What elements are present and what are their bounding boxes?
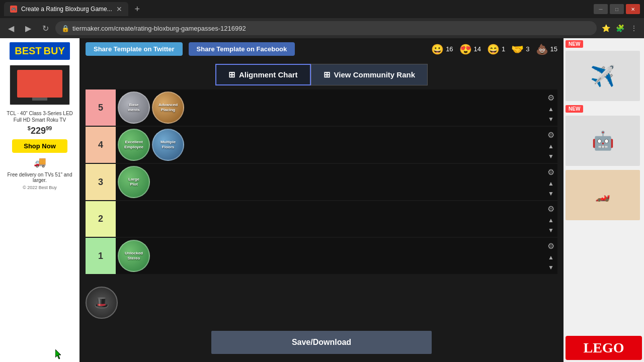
- tier-list: 5 Basements AdvancedPlacing ⚙ ▲ ▼ 4: [79, 89, 564, 283]
- reaction-handshake[interactable]: 🤝 3: [511, 43, 529, 55]
- tier-items-5[interactable]: Basements AdvancedPlacing: [116, 89, 544, 126]
- robot-icon: 🤖: [592, 130, 614, 151]
- lego-logo: LEGO: [566, 336, 642, 360]
- community-label: View Community Rank: [334, 70, 415, 79]
- navigation-bar: ◀ ▶ ↻ 🔒 tiermaker.com/create/rating-blox…: [0, 18, 644, 38]
- reload-button[interactable]: ↻: [38, 21, 52, 35]
- share-facebook-button[interactable]: Share Template on Facebook: [189, 42, 295, 56]
- reaction-laugh[interactable]: 😄 1: [487, 43, 505, 55]
- alignment-chart-button[interactable]: ⊞ Alignment Chart: [215, 64, 311, 85]
- tier-controls-5: ⚙ ▲ ▼: [544, 89, 557, 126]
- tab-close-button[interactable]: ✕: [116, 5, 122, 13]
- community-rank-button[interactable]: ⊞ View Community Rank: [311, 64, 428, 85]
- avatar-icon: 🎩: [94, 296, 109, 310]
- reaction-heart[interactable]: 😍 14: [459, 43, 481, 55]
- tier-items-4[interactable]: ExcellentEmployee MultipleFloors: [116, 127, 544, 163]
- tier-label-3: 3: [86, 164, 116, 200]
- new-badge-2: NEW: [566, 105, 583, 113]
- advanced-label: AdvancedPlacing: [158, 103, 178, 112]
- basements-label: Basements: [128, 103, 140, 112]
- tier-row-5: 5 Basements AdvancedPlacing ⚙ ▲ ▼: [86, 89, 557, 126]
- tier-5-gear-button[interactable]: ⚙: [546, 92, 555, 104]
- stereo-label: UnlockedStereo: [125, 251, 143, 260]
- gamepass-large-plot[interactable]: LargePlot: [118, 166, 150, 198]
- reaction-smile[interactable]: 😀 16: [431, 43, 453, 55]
- new-badge-1: NEW: [566, 40, 583, 48]
- menu-icon[interactable]: ⋮: [628, 22, 640, 34]
- multiple-floors-label: MultipleFloors: [160, 140, 176, 149]
- tier-row-2: 2 ⚙ ▲ ▼: [86, 201, 557, 237]
- delivery-icon: 🚚: [34, 156, 46, 168]
- heart-emoji: 😍: [459, 43, 472, 55]
- extensions-icon[interactable]: 🧩: [614, 22, 626, 34]
- grid-icon: ⊞: [228, 70, 235, 79]
- best-buy-logo: BEST BUY: [10, 42, 70, 60]
- tier-items-3[interactable]: LargePlot: [116, 164, 544, 200]
- delivery-info: Free delivery on TVs 51" and larger.: [4, 172, 75, 183]
- tier-items-1[interactable]: UnlockedStereo: [116, 238, 544, 274]
- tab-title: Create a Rating Bloxburg Game...: [21, 6, 112, 13]
- shop-now-button[interactable]: Shop Now: [12, 139, 67, 153]
- tv-price: $22999: [28, 125, 52, 136]
- poop-emoji: 💩: [536, 43, 548, 55]
- tier-3-gear-button[interactable]: ⚙: [546, 166, 555, 178]
- alignment-label: Alignment Chart: [239, 70, 298, 79]
- rank-icon: ⊞: [324, 70, 330, 79]
- tier-2-down-button[interactable]: ▼: [547, 226, 555, 235]
- bookmark-icon[interactable]: ⭐: [600, 22, 612, 34]
- car-icon: 🏎️: [595, 188, 610, 202]
- minimize-button[interactable]: ─: [594, 4, 608, 14]
- reaction-poop[interactable]: 💩 15: [536, 43, 557, 55]
- save-section: Save/Download: [79, 323, 564, 362]
- gamepass-basements[interactable]: Basements: [118, 92, 150, 124]
- toolbar: Share Template on Twitter Share Template…: [79, 38, 564, 60]
- tier-items-2[interactable]: [116, 201, 544, 237]
- tier-5-up-button[interactable]: ▲: [547, 105, 555, 114]
- gamepass-unlocked-stereo[interactable]: UnlockedStereo: [118, 240, 150, 272]
- new-tab-button[interactable]: +: [130, 2, 144, 16]
- gamepass-excellent-employee[interactable]: ExcellentEmployee: [118, 129, 150, 161]
- tier-1-gear-button[interactable]: ⚙: [546, 240, 555, 252]
- tier-1-down-button[interactable]: ▼: [547, 263, 555, 272]
- tier-1-up-button[interactable]: ▲: [547, 253, 555, 262]
- tier-3-up-button[interactable]: ▲: [547, 179, 555, 188]
- url-text: tiermaker.com/create/rating-bloxburg-gam…: [72, 25, 246, 32]
- reactions-bar: 😀 16 😍 14 😄 1 🤝 3 💩 15: [431, 43, 557, 55]
- tier-5-down-button[interactable]: ▼: [547, 115, 555, 124]
- tier-row-3: 3 LargePlot ⚙ ▲ ▼: [86, 164, 557, 200]
- maximize-button[interactable]: □: [610, 4, 624, 14]
- tier-controls-2: ⚙ ▲ ▼: [544, 201, 557, 237]
- tier-2-up-button[interactable]: ▲: [547, 216, 555, 225]
- browser-nav-icons: ⭐ 🧩 ⋮: [600, 22, 640, 34]
- tv-screen: [17, 70, 62, 98]
- right-advertisement: NEW ✈️ NEW 🤖 🏎️ LEGO: [564, 38, 644, 362]
- action-buttons-row: ⊞ Alignment Chart ⊞ View Community Rank: [79, 64, 564, 85]
- share-twitter-button[interactable]: Share Template on Twitter: [86, 42, 183, 56]
- heart-count: 14: [474, 45, 481, 53]
- tier-3-down-button[interactable]: ▼: [547, 189, 555, 198]
- save-download-button[interactable]: Save/Download: [211, 331, 432, 354]
- laugh-emoji: 😄: [487, 43, 500, 55]
- laugh-count: 1: [502, 45, 505, 53]
- excellent-label: ExcellentEmployee: [124, 140, 143, 149]
- tier-label-5: 5: [86, 89, 116, 126]
- address-bar[interactable]: 🔒 tiermaker.com/create/rating-bloxburg-g…: [55, 21, 597, 35]
- right-ad-image-1: ✈️: [566, 51, 640, 101]
- tier-controls-4: ⚙ ▲ ▼: [544, 127, 557, 163]
- tier-4-up-button[interactable]: ▲: [547, 142, 555, 151]
- tier-4-down-button[interactable]: ▼: [547, 152, 555, 161]
- tier-2-gear-button[interactable]: ⚙: [546, 203, 555, 215]
- gamepass-multiple-floors[interactable]: MultipleFloors: [152, 129, 184, 161]
- back-button[interactable]: ◀: [4, 21, 18, 35]
- tier-4-gear-button[interactable]: ⚙: [546, 129, 555, 141]
- left-advertisement: BEST BUY TCL · 40" Class 3-Series LED Fu…: [0, 38, 79, 362]
- forward-button[interactable]: ▶: [21, 21, 35, 35]
- premium-avatar[interactable]: 🎩: [86, 287, 118, 319]
- large-plot-label: LargePlot: [128, 177, 139, 187]
- handshake-count: 3: [526, 45, 529, 53]
- close-button[interactable]: ✕: [626, 4, 640, 14]
- page-body: BEST BUY TCL · 40" Class 3-Series LED Fu…: [0, 38, 644, 362]
- poop-count: 15: [550, 45, 557, 53]
- active-tab[interactable]: 🎮 Create a Rating Bloxburg Game... ✕: [4, 2, 128, 16]
- gamepass-advanced-placing[interactable]: AdvancedPlacing: [152, 92, 184, 124]
